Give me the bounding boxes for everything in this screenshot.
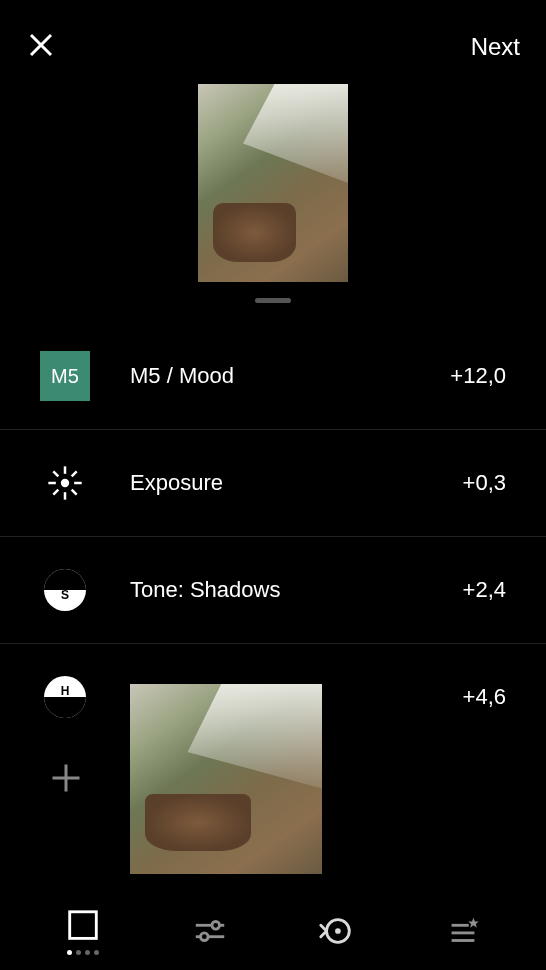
edit-row-preset[interactable]: M5 M5 / Mood +12,0 — [0, 323, 546, 430]
tone-shadows-icon: HS — [40, 565, 90, 615]
svg-line-9 — [72, 471, 77, 476]
panel-drag-handle[interactable] — [0, 290, 546, 323]
svg-line-10 — [53, 490, 58, 495]
tab-history[interactable] — [317, 912, 355, 950]
svg-rect-13 — [70, 911, 97, 938]
svg-point-2 — [61, 479, 69, 487]
tab-adjust[interactable] — [191, 912, 229, 950]
exposure-icon — [40, 458, 90, 508]
close-icon[interactable] — [26, 30, 56, 64]
edit-label: M5 / Mood — [130, 363, 450, 389]
overlay-thumbnail[interactable] — [130, 684, 322, 874]
tab-presets[interactable] — [64, 908, 102, 955]
header: Next — [0, 0, 546, 84]
svg-point-19 — [335, 928, 341, 934]
image-preview[interactable] — [198, 84, 348, 282]
edit-label: Tone: Shadows — [130, 577, 463, 603]
edit-value: +12,0 — [450, 363, 506, 389]
svg-point-15 — [212, 922, 220, 930]
preset-badge: M5 — [40, 351, 90, 401]
edit-row-tone-shadows[interactable]: HS Tone: Shadows +2,4 — [0, 537, 546, 644]
add-edit-button[interactable] — [48, 760, 84, 800]
next-button[interactable]: Next — [471, 33, 520, 61]
svg-point-17 — [200, 933, 208, 941]
tone-highlights-icon: HS — [40, 672, 90, 722]
bottom-tab-bar — [0, 892, 546, 970]
svg-line-7 — [53, 471, 58, 476]
pagination-dots — [67, 950, 99, 955]
tab-recipes[interactable] — [444, 912, 482, 950]
edit-label: Exposure — [130, 470, 463, 496]
edit-value: +0,3 — [463, 470, 506, 496]
edit-value: +4,6 — [463, 684, 506, 710]
svg-line-8 — [72, 490, 77, 495]
image-preview-area — [0, 84, 546, 290]
edit-row-exposure[interactable]: Exposure +0,3 — [0, 430, 546, 537]
edit-value: +2,4 — [463, 577, 506, 603]
